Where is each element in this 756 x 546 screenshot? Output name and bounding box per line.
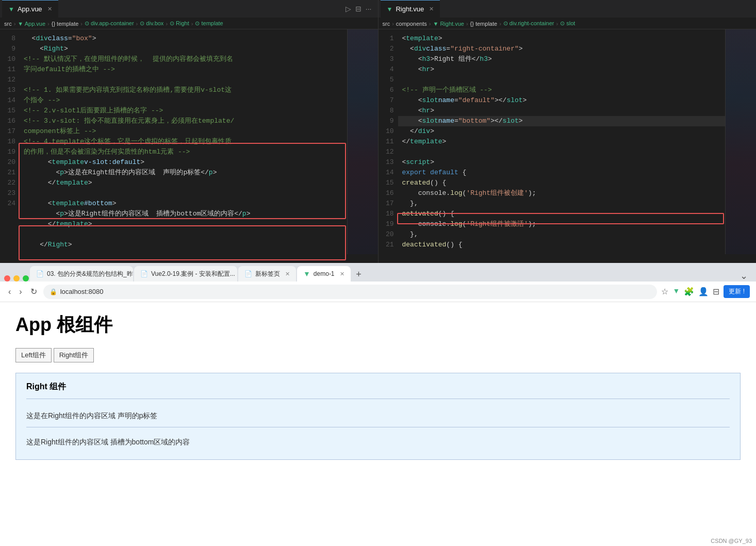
code-line-17: <p>这是在Right组件的内容区域 声明的p标签</p> <box>20 168 347 178</box>
code-line-19 <box>20 188 347 198</box>
browser: 📄 03. 包的分类&规范的包结构_昨... ✕ 📄 Vue2.0-19.案例 … <box>0 263 756 546</box>
right-code-line-12 <box>398 147 726 157</box>
code-line-8: <div class="box"> <box>20 34 347 44</box>
component-buttons: Left组件 Right组件 <box>15 348 741 362</box>
right-code-line-14: export default { <box>398 168 726 178</box>
lock-icon: 🔒 <box>50 288 57 295</box>
code-line-14: <!-- 3.v-slot: 指令不能直接用在元素身上，必须用在template… <box>20 116 347 126</box>
right-breadcrumb: src › components › ▼ Right.vue › {} temp… <box>379 18 757 29</box>
right-code-line-20: }, <box>398 229 726 240</box>
browser-tab-4[interactable]: ▼ demo-1 ✕ <box>297 266 351 282</box>
refresh-button[interactable]: ↻ <box>28 285 39 299</box>
browser-tab-1[interactable]: 📄 03. 包的分类&规范的包结构_昨... ✕ <box>30 266 133 282</box>
right-component-title: Right 组件 <box>26 382 730 399</box>
tab-app-vue[interactable]: ▼ App.vue ✕ <box>2 0 58 18</box>
tab-4-close[interactable]: ✕ <box>340 271 344 277</box>
breadcrumb-div-box: ⊙ div.box <box>140 20 163 27</box>
vue-devtools-icon[interactable]: ▼ <box>672 287 680 296</box>
minimap-left <box>347 29 378 254</box>
left-component-button[interactable]: Left组件 <box>15 348 52 362</box>
right-code-line-1: <template> <box>398 34 726 44</box>
tab-right-vue[interactable]: ▼ Right.vue ✕ <box>381 0 440 18</box>
code-line-10: <!-- 默认情况下，在使用组件的时候， 提供的内容都会被填充到名 <box>20 54 347 64</box>
address-bar[interactable]: 🔒 localhost:8080 <box>43 285 658 299</box>
play-icon[interactable]: ▷ <box>346 5 351 13</box>
breadcrumb-template: {} template <box>52 21 79 27</box>
left-code-content: <div class="box"> <Right> <!-- 默认情况下，在使用… <box>20 29 347 254</box>
right-component-box: Right 组件 这是在Right组件的内容区域 声明的p标签 这是Right组… <box>15 373 741 460</box>
tab-1-icon: 📄 <box>36 270 44 277</box>
close-window-button[interactable] <box>4 275 10 282</box>
code-line-18: </template> <box>20 178 347 188</box>
breadcrumb-slot: ⊙ slot <box>560 20 575 27</box>
forward-button[interactable]: › <box>17 285 24 299</box>
right-code-line-21: deactivated() { <box>398 240 726 250</box>
right-code-line-3: <h3>Right 组件</h3> <box>398 54 726 64</box>
code-line-15: <!-- 4.template这个标签，它是一个虚拟的标签，只起到包裹性质 <box>20 137 347 147</box>
page-title: App 根组件 <box>15 312 741 338</box>
new-tab-button[interactable]: + <box>352 267 366 282</box>
right-code-line-13: <script> <box>398 157 726 168</box>
code-line-14b: component标签上 --> <box>20 126 347 137</box>
toolbar-actions: ☆ ▼ 🧩 👤 ⊟ <box>661 287 719 296</box>
split-icon[interactable]: ⊟ <box>355 5 361 13</box>
right-code-line-10: </div> <box>398 126 726 137</box>
right-code-line-8: <hr> <box>398 106 726 116</box>
browser-tab-3[interactable]: 📄 新标签页 ✕ <box>238 266 296 282</box>
tab-list-button[interactable]: ⌄ <box>736 270 752 282</box>
code-line-20: <template #bottom> <box>20 198 347 209</box>
right-code-line-4: <hr> <box>398 64 726 75</box>
code-line-24: </Right> <box>20 240 347 250</box>
right-code-line-15: created() { <box>398 178 726 188</box>
browser-tabs: 📄 03. 包的分类&规范的包结构_昨... ✕ 📄 Vue2.0-19.案例 … <box>0 263 756 282</box>
update-button[interactable]: 更新 ! <box>724 285 750 298</box>
close-icon-right[interactable]: ✕ <box>429 6 434 12</box>
bookmark-icon[interactable]: ☆ <box>661 287 668 296</box>
profile-icon[interactable]: 👤 <box>698 287 709 296</box>
line-numbers-left: 8 9 10 11 12 13 14 15 16 17 <box>0 29 20 254</box>
line-numbers-right: 1 2 3 4 5 6 7 8 9 10 11 12 13 14 <box>379 29 398 254</box>
vue-file-icon: ▼ <box>8 6 14 13</box>
right-code-line-9: <slot name="bottom"></slot> <box>398 116 726 126</box>
breadcrumb-rightvue: ▼ Right.vue <box>433 21 464 27</box>
code-line-15b: 的作用，但是不会被渲染为任何实质性的html元素 --> <box>20 147 347 157</box>
code-line-9: <Right> <box>20 44 347 54</box>
tab-3-label: 新标签页 <box>255 270 280 278</box>
tab-label: App.vue <box>18 5 42 13</box>
right-component-content1: 这是在Right组件的内容区域 声明的p标签 <box>26 405 730 427</box>
minimize-window-button[interactable] <box>13 275 20 282</box>
close-icon[interactable]: ✕ <box>47 6 52 12</box>
right-code-content: <template> <div class="right-container">… <box>398 29 726 254</box>
code-line-11 <box>20 75 347 85</box>
vue-file-icon-right: ▼ <box>387 6 393 13</box>
breadcrumb-right: ⊙ Right <box>170 20 189 27</box>
breadcrumb-div-app: ⊙ div.app-container <box>85 20 134 27</box>
code-line-12b: 个指令 --> <box>20 95 347 106</box>
code-line-10b: 字问default的插槽之中 --> <box>20 64 347 75</box>
more-icon[interactable]: ··· <box>366 5 372 13</box>
breadcrumb-src: src <box>4 21 12 27</box>
breadcrumb-template-r: {} template <box>470 21 498 27</box>
tab-2-label: Vue2.0-19.案例 - 安装和配置... <box>151 270 235 278</box>
maximize-window-button[interactable] <box>23 275 29 282</box>
right-code-line-5 <box>398 75 726 85</box>
tab-3-close[interactable]: ✕ <box>285 271 290 277</box>
left-code-wrapper: 8 9 10 11 12 13 14 15 16 17 <box>0 29 378 263</box>
back-button[interactable]: ‹ <box>6 285 13 299</box>
breadcrumb-template2: ⊙ template <box>195 20 223 27</box>
browser-tab-2[interactable]: 📄 Vue2.0-19.案例 - 安装和配置... ✕ <box>134 266 237 282</box>
right-code-line-2: <div class="right-container"> <box>398 44 726 54</box>
code-line-21: <p>这是Right组件的内容区域 插槽为bottom区域的内容</p> <box>20 209 347 219</box>
tab-controls: ▷ ⊟ ··· <box>341 5 376 13</box>
vue-logo-icon: ▼ <box>303 270 310 278</box>
watermark: CSDN @GY_93 <box>711 538 752 544</box>
tab-4-label: demo-1 <box>314 270 335 277</box>
right-tab-bar: ▼ Right.vue ✕ <box>379 0 757 18</box>
right-component-button[interactable]: Right组件 <box>54 348 94 362</box>
code-line-22: </template> <box>20 219 347 229</box>
code-line-23 <box>20 229 347 240</box>
tab-3-icon: 📄 <box>244 270 252 277</box>
extensions-icon[interactable]: 🧩 <box>684 287 694 296</box>
layout-icon[interactable]: ⊟ <box>713 287 719 296</box>
left-editor-pane: ▼ App.vue ✕ ▷ ⊟ ··· src › ▼ App.vue › {}… <box>0 0 379 263</box>
